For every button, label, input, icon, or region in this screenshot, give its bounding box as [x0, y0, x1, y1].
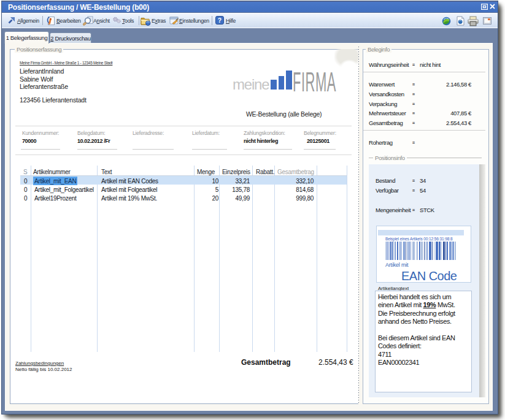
- svg-text:?: ?: [218, 17, 222, 24]
